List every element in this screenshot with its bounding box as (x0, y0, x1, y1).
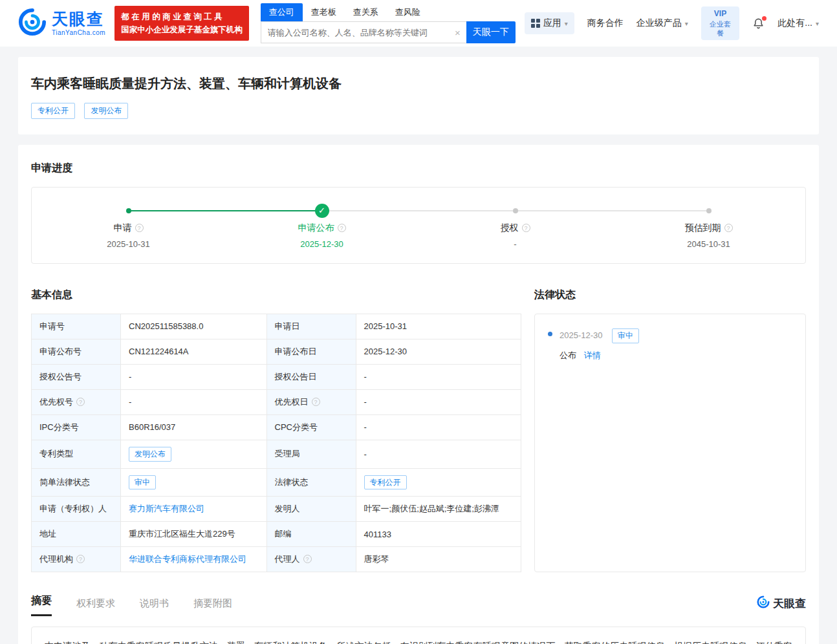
legal-status-tag: 专利公开 (364, 475, 407, 490)
applicant-link[interactable]: 赛力斯汽车有限公司 (129, 504, 204, 513)
slogan-badge: 都在用的商业查询工具 国家中小企业发展子基金旗下机构 (114, 6, 249, 41)
info-value: - (356, 414, 521, 440)
search-tab-risk[interactable]: 查风险 (387, 3, 429, 21)
patent-type-tag: 发明公布 (129, 447, 171, 462)
info-label: 法律状态 (266, 468, 356, 497)
progress-box: 申请? 2025-10-31 ✓ 申请公布? 2025-12-30 授权? - … (31, 187, 806, 264)
info-value: 唐彩琴 (356, 547, 521, 572)
basic-info-title: 基本信息 (31, 288, 521, 302)
simple-legal-status-tag: 审中 (129, 475, 156, 490)
header-nav: 应用 ▾ 商务合作 企业级产品 ▾ VIP 企业套餐 此处有... ▾ (525, 6, 819, 40)
info-icon[interactable]: ? (135, 224, 144, 232)
chevron-down-icon: ▾ (565, 20, 568, 27)
check-icon: ✓ (315, 204, 329, 218)
tab-abstract[interactable]: 摘要 (31, 594, 52, 616)
notification-bell-icon[interactable] (752, 17, 765, 30)
application-progress-timeline: 申请? 2025-10-31 ✓ 申请公布? 2025-12-30 授权? - … (32, 203, 805, 249)
info-value: 华进联合专利商标代理有限公司 (121, 547, 267, 572)
tianyancha-watermark: 天眼查 (757, 596, 806, 616)
info-icon[interactable]: ? (338, 224, 346, 232)
tab-abstract-figure[interactable]: 摘要附图 (193, 597, 232, 616)
info-label: 申请号 (32, 314, 121, 339)
info-label: CPC分类号 (266, 414, 356, 440)
progress-section-title: 申请进度 (31, 162, 806, 175)
table-row: 申请（专利权）人 赛力斯汽车有限公司 发明人 叶军一;颜伏伍;赵品斌;李位建;彭… (32, 497, 521, 522)
info-icon[interactable]: ? (522, 224, 530, 232)
info-value: 赛力斯汽车有限公司 (121, 497, 267, 522)
info-label: 授权公告号 (32, 364, 121, 389)
table-row: 代理机构? 华进联合专利商标代理有限公司 代理人? 唐彩琴 (32, 547, 521, 572)
table-row: 申请公布号 CN121224614A 申请公布日 2025-12-30 (32, 339, 521, 364)
step-date: 2045-10-31 (612, 239, 805, 249)
step-date: - (418, 239, 612, 249)
clear-search-icon[interactable]: × (455, 27, 461, 39)
tianyancha-logo[interactable]: 天眼查 TianYanCha.com (18, 8, 105, 39)
title-tags: 专利公开 发明公布 (31, 103, 806, 119)
tab-description[interactable]: 说明书 (140, 597, 169, 616)
patent-detail-card: 申请进度 申请? 2025-10-31 ✓ 申请公布? 2025-12-30 授… (18, 145, 819, 644)
legal-status-section: 法律状态 2025-12-30 审中 公布 详情 (534, 284, 806, 573)
info-icon[interactable]: ? (76, 398, 85, 406)
search-button[interactable]: 天眼一下 (466, 21, 516, 43)
info-label: 申请（专利权）人 (32, 497, 121, 522)
agency-link[interactable]: 华进联合专利商标代理有限公司 (129, 554, 246, 564)
basic-info-section: 基本信息 申请号 CN202511585388.0 申请日 2025-10-31… (31, 284, 521, 573)
info-label: 申请日 (266, 314, 356, 339)
info-value: 2025-12-30 (356, 339, 521, 364)
legal-status-action: 公布 (560, 350, 576, 360)
tab-claims[interactable]: 权利要求 (76, 597, 115, 616)
nav-apps[interactable]: 应用 ▾ (525, 12, 574, 34)
brand-name: 天眼查 (52, 11, 105, 27)
invention-publication-tag: 发明公布 (84, 103, 128, 119)
progress-dot (706, 208, 712, 213)
info-value: 401133 (356, 522, 521, 547)
info-value: - (356, 389, 521, 414)
info-value: 2025-10-31 (356, 314, 521, 339)
legal-status-title: 法律状态 (534, 288, 806, 302)
search-tab-company[interactable]: 查公司 (261, 3, 303, 21)
info-value: 重庆市江北区福生大道229号 (121, 522, 267, 547)
info-label: 发明人 (266, 497, 356, 522)
apps-grid-icon (531, 19, 540, 28)
info-label: 简单法律状态 (32, 468, 121, 497)
search-tabs: 查公司 查老板 查关系 查风险 (261, 3, 516, 21)
search-tab-relation[interactable]: 查关系 (345, 3, 387, 21)
watermark-brand: 天眼查 (773, 596, 806, 611)
nav-enterprise-products[interactable]: 企业级产品 ▾ (636, 17, 688, 29)
info-label: 申请公布号 (32, 339, 121, 364)
info-icon[interactable]: ? (76, 555, 85, 563)
info-value: - (356, 364, 521, 389)
top-header: 天眼查 TianYanCha.com 都在用的商业查询工具 国家中小企业发展子基… (0, 0, 837, 47)
progress-dot (126, 208, 131, 213)
info-label: 申请公布日 (266, 339, 356, 364)
abstract-text: 本申请涉及一种车内乘客睡眠质量提升方法、装置、车辆和计算机设备。所述方法包括：在… (31, 627, 806, 644)
info-value: B60R16/037 (121, 414, 267, 440)
info-icon[interactable]: ? (724, 224, 733, 232)
info-label: 授权公告日 (266, 364, 356, 389)
legal-status-detail-link[interactable]: 详情 (584, 350, 601, 360)
info-value: CN202511585388.0 (121, 314, 267, 339)
info-icon[interactable]: ? (312, 398, 320, 406)
tianyancha-logo-icon (18, 8, 47, 39)
table-row: 优先权号? - 优先权日? - (32, 389, 521, 414)
timeline-dot (548, 332, 552, 336)
info-value: 叶军一;颜伏伍;赵品斌;李位建;彭沸潭 (356, 497, 521, 522)
search-input[interactable] (261, 22, 448, 43)
legal-status-pending-tag: 审中 (612, 328, 639, 343)
info-icon[interactable]: ? (303, 555, 312, 563)
info-value: 审中 (121, 468, 267, 497)
slogan-line1: 都在用的商业查询工具 (121, 10, 243, 23)
progress-track (516, 210, 709, 211)
nav-apps-label: 应用 (543, 17, 561, 29)
vip-label: VIP (709, 9, 732, 19)
info-value: - (356, 440, 521, 468)
search-tab-boss[interactable]: 查老板 (303, 3, 345, 21)
info-label: 代理人? (266, 547, 356, 572)
tianyancha-watermark-icon (757, 596, 770, 611)
nav-business-cooperation[interactable]: 商务合作 (587, 17, 624, 29)
step-label: 申请公布 (298, 222, 334, 233)
info-value: - (121, 389, 267, 414)
vip-package-badge[interactable]: VIP 企业套餐 (701, 6, 740, 40)
nav-user-menu[interactable]: 此处有... ▾ (777, 17, 819, 29)
vip-package-label: 企业套餐 (709, 19, 732, 38)
